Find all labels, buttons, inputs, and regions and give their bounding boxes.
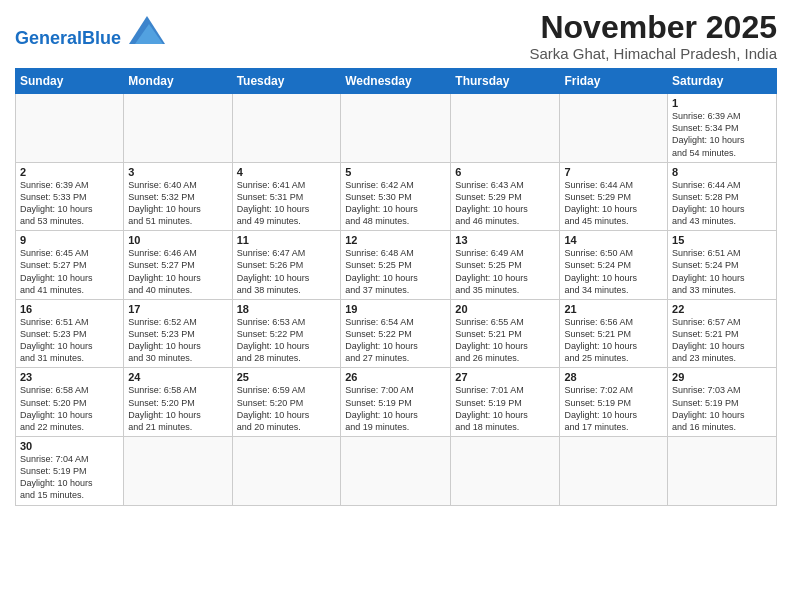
cell-sun-info: Sunrise: 6:40 AM Sunset: 5:32 PM Dayligh… xyxy=(128,179,227,228)
day-number: 27 xyxy=(455,371,555,383)
logo-area: GeneralBlue xyxy=(15,16,165,48)
logo-general: General xyxy=(15,28,82,48)
calendar-week-6: 30Sunrise: 7:04 AM Sunset: 5:19 PM Dayli… xyxy=(16,437,777,506)
page-header: GeneralBlue November 2025 Sarka Ghat, Hi… xyxy=(15,10,777,62)
day-number: 22 xyxy=(672,303,772,315)
calendar-cell: 27Sunrise: 7:01 AM Sunset: 5:19 PM Dayli… xyxy=(451,368,560,437)
weekday-header-friday: Friday xyxy=(560,69,668,94)
day-number: 13 xyxy=(455,234,555,246)
calendar-cell: 29Sunrise: 7:03 AM Sunset: 5:19 PM Dayli… xyxy=(668,368,777,437)
cell-sun-info: Sunrise: 6:50 AM Sunset: 5:24 PM Dayligh… xyxy=(564,247,663,296)
cell-sun-info: Sunrise: 6:49 AM Sunset: 5:25 PM Dayligh… xyxy=(455,247,555,296)
cell-sun-info: Sunrise: 6:54 AM Sunset: 5:22 PM Dayligh… xyxy=(345,316,446,365)
calendar-cell: 8Sunrise: 6:44 AM Sunset: 5:28 PM Daylig… xyxy=(668,162,777,231)
title-area: November 2025 Sarka Ghat, Himachal Prade… xyxy=(529,10,777,62)
cell-sun-info: Sunrise: 6:56 AM Sunset: 5:21 PM Dayligh… xyxy=(564,316,663,365)
calendar-cell xyxy=(560,437,668,506)
calendar-cell: 7Sunrise: 6:44 AM Sunset: 5:29 PM Daylig… xyxy=(560,162,668,231)
cell-sun-info: Sunrise: 6:53 AM Sunset: 5:22 PM Dayligh… xyxy=(237,316,337,365)
cell-sun-info: Sunrise: 6:51 AM Sunset: 5:23 PM Dayligh… xyxy=(20,316,119,365)
weekday-header-row: SundayMondayTuesdayWednesdayThursdayFrid… xyxy=(16,69,777,94)
day-number: 16 xyxy=(20,303,119,315)
cell-sun-info: Sunrise: 6:48 AM Sunset: 5:25 PM Dayligh… xyxy=(345,247,446,296)
day-number: 23 xyxy=(20,371,119,383)
weekday-header-saturday: Saturday xyxy=(668,69,777,94)
cell-sun-info: Sunrise: 6:47 AM Sunset: 5:26 PM Dayligh… xyxy=(237,247,337,296)
calendar-table: SundayMondayTuesdayWednesdayThursdayFrid… xyxy=(15,68,777,505)
cell-sun-info: Sunrise: 7:04 AM Sunset: 5:19 PM Dayligh… xyxy=(20,453,119,502)
calendar-cell: 10Sunrise: 6:46 AM Sunset: 5:27 PM Dayli… xyxy=(124,231,232,300)
calendar-cell: 23Sunrise: 6:58 AM Sunset: 5:20 PM Dayli… xyxy=(16,368,124,437)
calendar-cell: 9Sunrise: 6:45 AM Sunset: 5:27 PM Daylig… xyxy=(16,231,124,300)
calendar-cell: 19Sunrise: 6:54 AM Sunset: 5:22 PM Dayli… xyxy=(341,299,451,368)
calendar-cell: 21Sunrise: 6:56 AM Sunset: 5:21 PM Dayli… xyxy=(560,299,668,368)
day-number: 11 xyxy=(237,234,337,246)
day-number: 3 xyxy=(128,166,227,178)
calendar-cell: 28Sunrise: 7:02 AM Sunset: 5:19 PM Dayli… xyxy=(560,368,668,437)
calendar-cell: 12Sunrise: 6:48 AM Sunset: 5:25 PM Dayli… xyxy=(341,231,451,300)
logo: GeneralBlue xyxy=(15,16,165,48)
calendar-cell: 25Sunrise: 6:59 AM Sunset: 5:20 PM Dayli… xyxy=(232,368,341,437)
logo-text: GeneralBlue xyxy=(15,28,126,48)
cell-sun-info: Sunrise: 6:51 AM Sunset: 5:24 PM Dayligh… xyxy=(672,247,772,296)
calendar-cell: 17Sunrise: 6:52 AM Sunset: 5:23 PM Dayli… xyxy=(124,299,232,368)
logo-blue: Blue xyxy=(82,28,121,48)
day-number: 26 xyxy=(345,371,446,383)
calendar-cell xyxy=(341,437,451,506)
day-number: 7 xyxy=(564,166,663,178)
calendar-week-3: 9Sunrise: 6:45 AM Sunset: 5:27 PM Daylig… xyxy=(16,231,777,300)
cell-sun-info: Sunrise: 7:00 AM Sunset: 5:19 PM Dayligh… xyxy=(345,384,446,433)
calendar-week-2: 2Sunrise: 6:39 AM Sunset: 5:33 PM Daylig… xyxy=(16,162,777,231)
day-number: 17 xyxy=(128,303,227,315)
day-number: 30 xyxy=(20,440,119,452)
day-number: 6 xyxy=(455,166,555,178)
weekday-header-thursday: Thursday xyxy=(451,69,560,94)
day-number: 28 xyxy=(564,371,663,383)
calendar-cell xyxy=(560,94,668,163)
day-number: 18 xyxy=(237,303,337,315)
calendar-cell: 13Sunrise: 6:49 AM Sunset: 5:25 PM Dayli… xyxy=(451,231,560,300)
cell-sun-info: Sunrise: 6:57 AM Sunset: 5:21 PM Dayligh… xyxy=(672,316,772,365)
day-number: 12 xyxy=(345,234,446,246)
cell-sun-info: Sunrise: 6:39 AM Sunset: 5:33 PM Dayligh… xyxy=(20,179,119,228)
day-number: 24 xyxy=(128,371,227,383)
day-number: 29 xyxy=(672,371,772,383)
cell-sun-info: Sunrise: 7:02 AM Sunset: 5:19 PM Dayligh… xyxy=(564,384,663,433)
day-number: 14 xyxy=(564,234,663,246)
calendar-cell: 24Sunrise: 6:58 AM Sunset: 5:20 PM Dayli… xyxy=(124,368,232,437)
day-number: 15 xyxy=(672,234,772,246)
weekday-header-wednesday: Wednesday xyxy=(341,69,451,94)
cell-sun-info: Sunrise: 6:45 AM Sunset: 5:27 PM Dayligh… xyxy=(20,247,119,296)
calendar-cell xyxy=(124,437,232,506)
calendar-cell xyxy=(341,94,451,163)
day-number: 20 xyxy=(455,303,555,315)
cell-sun-info: Sunrise: 7:03 AM Sunset: 5:19 PM Dayligh… xyxy=(672,384,772,433)
calendar-cell: 16Sunrise: 6:51 AM Sunset: 5:23 PM Dayli… xyxy=(16,299,124,368)
day-number: 19 xyxy=(345,303,446,315)
calendar-cell: 2Sunrise: 6:39 AM Sunset: 5:33 PM Daylig… xyxy=(16,162,124,231)
calendar-cell xyxy=(232,437,341,506)
cell-sun-info: Sunrise: 6:44 AM Sunset: 5:28 PM Dayligh… xyxy=(672,179,772,228)
weekday-header-tuesday: Tuesday xyxy=(232,69,341,94)
day-number: 25 xyxy=(237,371,337,383)
calendar-cell xyxy=(451,437,560,506)
location-title: Sarka Ghat, Himachal Pradesh, India xyxy=(529,45,777,62)
calendar-cell: 26Sunrise: 7:00 AM Sunset: 5:19 PM Dayli… xyxy=(341,368,451,437)
weekday-header-monday: Monday xyxy=(124,69,232,94)
cell-sun-info: Sunrise: 6:46 AM Sunset: 5:27 PM Dayligh… xyxy=(128,247,227,296)
calendar-week-1: 1Sunrise: 6:39 AM Sunset: 5:34 PM Daylig… xyxy=(16,94,777,163)
calendar-cell xyxy=(451,94,560,163)
calendar-cell: 18Sunrise: 6:53 AM Sunset: 5:22 PM Dayli… xyxy=(232,299,341,368)
day-number: 4 xyxy=(237,166,337,178)
day-number: 2 xyxy=(20,166,119,178)
cell-sun-info: Sunrise: 6:55 AM Sunset: 5:21 PM Dayligh… xyxy=(455,316,555,365)
cell-sun-info: Sunrise: 6:41 AM Sunset: 5:31 PM Dayligh… xyxy=(237,179,337,228)
cell-sun-info: Sunrise: 6:39 AM Sunset: 5:34 PM Dayligh… xyxy=(672,110,772,159)
day-number: 10 xyxy=(128,234,227,246)
calendar-cell xyxy=(668,437,777,506)
calendar-cell xyxy=(16,94,124,163)
cell-sun-info: Sunrise: 6:52 AM Sunset: 5:23 PM Dayligh… xyxy=(128,316,227,365)
cell-sun-info: Sunrise: 6:58 AM Sunset: 5:20 PM Dayligh… xyxy=(20,384,119,433)
month-title: November 2025 xyxy=(529,10,777,45)
calendar-cell: 3Sunrise: 6:40 AM Sunset: 5:32 PM Daylig… xyxy=(124,162,232,231)
